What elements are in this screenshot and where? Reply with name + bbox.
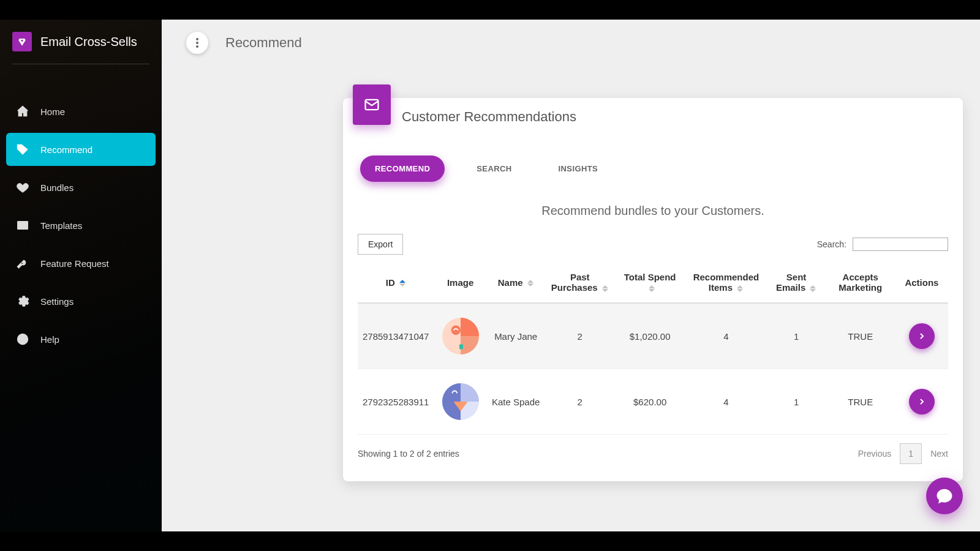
- export-button[interactable]: Export: [358, 234, 403, 255]
- more-button[interactable]: [186, 32, 208, 54]
- app-title: Email Cross-Sells: [40, 35, 137, 49]
- tabs: RECOMMEND SEARCH INSIGHTS: [358, 156, 948, 182]
- nav: Home Recommend Bundles Templates: [0, 95, 162, 356]
- sidebar-item-bundles[interactable]: Bundles: [6, 171, 156, 204]
- sidebar-item-help[interactable]: Help: [6, 323, 156, 356]
- sidebar-item-label: Home: [40, 107, 65, 117]
- cell-total-spend: $620.00: [615, 369, 685, 435]
- cell-id: 2785913471047: [358, 303, 434, 369]
- card-header-icon: [353, 84, 391, 125]
- tab-recommend[interactable]: RECOMMEND: [360, 156, 445, 182]
- tab-insights[interactable]: INSIGHTS: [544, 156, 613, 182]
- col-header-image[interactable]: Image: [434, 266, 486, 303]
- tag-icon: [16, 143, 29, 156]
- cell-actions: [895, 303, 948, 369]
- cell-image: [434, 369, 486, 435]
- row-action-button[interactable]: [909, 389, 935, 414]
- col-header-recommended-items[interactable]: Recommended Items: [685, 266, 767, 303]
- search-wrap: Search:: [817, 238, 948, 251]
- svg-point-2: [22, 342, 23, 343]
- chevron-right-icon: [917, 331, 927, 341]
- col-header-total-spend[interactable]: Total Spend: [615, 266, 685, 303]
- table-row: 2785913471047 Mary Jane: [358, 303, 948, 369]
- col-header-past-purchases[interactable]: Past Purchases: [545, 266, 615, 303]
- pager: Previous 1 Next: [858, 443, 948, 464]
- page-title: Recommend: [225, 35, 302, 51]
- svg-point-8: [451, 326, 461, 335]
- svg-point-4: [196, 42, 198, 44]
- sidebar-item-home[interactable]: Home: [6, 95, 156, 128]
- col-header-actions: Actions: [895, 266, 948, 303]
- sidebar-item-feature-request[interactable]: Feature Request: [6, 247, 156, 280]
- cell-sent-emails: 1: [767, 303, 826, 369]
- col-header-name[interactable]: Name: [487, 266, 545, 303]
- sidebar-item-label: Templates: [40, 220, 82, 231]
- row-action-button[interactable]: [909, 323, 935, 349]
- cell-total-spend: $1,020.00: [615, 303, 685, 369]
- svg-point-3: [196, 38, 198, 40]
- cell-accepts-marketing: TRUE: [826, 303, 895, 369]
- pager-page[interactable]: 1: [900, 443, 922, 464]
- card-title: Customer Recommendations: [402, 109, 948, 125]
- pager-previous[interactable]: Previous: [858, 449, 891, 459]
- chat-fab[interactable]: [926, 478, 963, 514]
- col-header-accepts-marketing[interactable]: Accepts Marketing: [826, 266, 895, 303]
- sidebar-item-label: Bundles: [40, 182, 74, 193]
- chat-icon: [935, 487, 954, 505]
- cell-recommended-items: 4: [685, 303, 767, 369]
- chevron-right-icon: [917, 397, 927, 407]
- home-icon: [16, 105, 29, 118]
- table-toolbar: Export Search:: [358, 234, 948, 255]
- tab-search[interactable]: SEARCH: [462, 156, 526, 182]
- search-label: Search:: [817, 239, 846, 249]
- topbar: Recommend: [162, 20, 980, 54]
- sidebar-item-settings[interactable]: Settings: [6, 285, 156, 318]
- pager-next[interactable]: Next: [930, 449, 948, 459]
- customers-table: ID Image Name Past Purchases Total Spend…: [358, 266, 948, 435]
- sidebar-item-recommend[interactable]: Recommend: [6, 133, 156, 166]
- table-footer: Showing 1 to 2 of 2 entries Previous 1 N…: [358, 443, 948, 464]
- cell-recommended-items: 4: [685, 369, 767, 435]
- sidebar: Email Cross-Sells Home Recommend Bundl: [0, 20, 162, 531]
- sidebar-item-templates[interactable]: Templates: [6, 209, 156, 242]
- pagination-info: Showing 1 to 2 of 2 entries: [358, 449, 459, 459]
- section-subtitle: Recommend bundles to your Customers.: [358, 204, 948, 218]
- svg-point-5: [196, 45, 198, 48]
- sidebar-item-label: Recommend: [40, 144, 92, 155]
- avatar-icon: [442, 383, 480, 421]
- mail-icon: [16, 219, 29, 232]
- brand-logo-icon: [12, 32, 32, 51]
- cell-actions: [895, 369, 948, 435]
- avatar-icon: [442, 317, 480, 355]
- sidebar-item-label: Feature Request: [40, 258, 109, 269]
- divider: [12, 64, 149, 64]
- sidebar-item-label: Settings: [40, 296, 74, 307]
- cell-name: Mary Jane: [487, 303, 545, 369]
- cell-name: Kate Spade: [487, 369, 545, 435]
- search-input[interactable]: [853, 238, 948, 251]
- brand: Email Cross-Sells: [0, 20, 162, 64]
- table-row: 2792325283911 Kate Spade: [358, 369, 948, 435]
- wrench-icon: [16, 257, 29, 270]
- cell-id: 2792325283911: [358, 369, 434, 435]
- gear-icon: [16, 294, 29, 308]
- help-icon: [16, 332, 29, 346]
- col-header-id[interactable]: ID: [358, 266, 434, 303]
- cell-image: [434, 303, 486, 369]
- cell-accepts-marketing: TRUE: [826, 369, 895, 435]
- main: Recommend Customer Recommendations RECOM…: [162, 20, 980, 531]
- cell-past-purchases: 2: [545, 303, 615, 369]
- recommendations-card: Customer Recommendations RECOMMEND SEARC…: [343, 98, 963, 481]
- col-header-sent-emails[interactable]: Sent Emails: [767, 266, 826, 303]
- sidebar-item-label: Help: [40, 334, 59, 345]
- svg-point-0: [20, 146, 21, 148]
- cell-sent-emails: 1: [767, 369, 826, 435]
- cell-past-purchases: 2: [545, 369, 615, 435]
- heart-icon: [16, 181, 29, 194]
